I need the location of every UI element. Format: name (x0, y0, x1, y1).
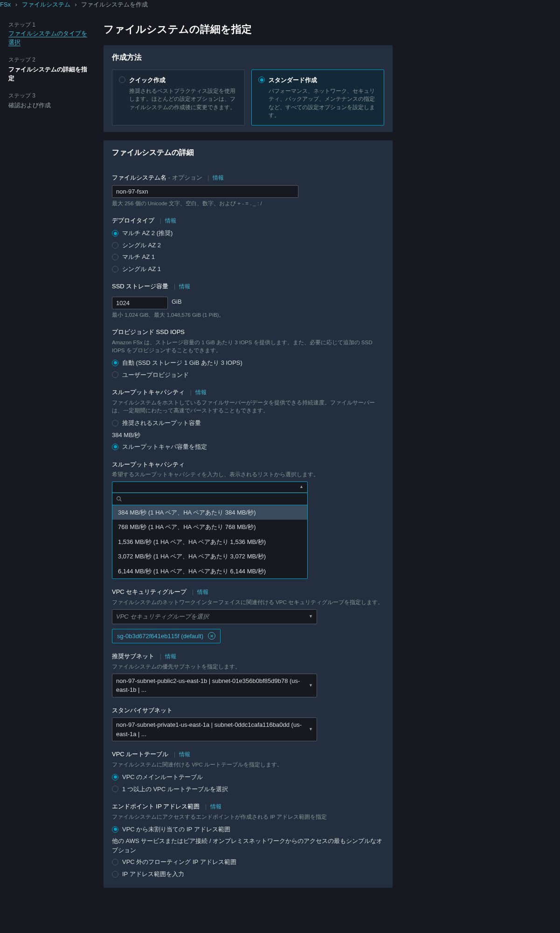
sg-info[interactable]: 情報 (192, 589, 208, 595)
standby-subnet-select[interactable]: non-97-subnet-private1-us-east-1a | subn… (112, 717, 317, 741)
route-table-hint: ファイルシステムに関連付ける VPC ルートテーブルを指定します。 (112, 761, 384, 769)
step-2-label: ファイルシステムの詳細を指定 (8, 65, 92, 83)
breadcrumb-root[interactable]: FSx (0, 1, 11, 8)
fs-name-hint: 最大 256 個の Unicode 文字、空白、数字、および + - = . _… (112, 200, 384, 208)
breadcrumb-filesystems[interactable]: ファイルシステム (22, 1, 70, 8)
throughput-select[interactable]: 384 MB/秒 (1 HA ペア、HA ペアあたり 384 MB/秒) 768… (112, 481, 308, 579)
standby-subnet-label: スタンバイサブネット (112, 706, 384, 715)
endpoint-ip-unallocated[interactable]: VPC から未割り当ての IP アドレス範囲 (112, 825, 384, 834)
radio-icon (112, 444, 118, 450)
deploy-multi-az1[interactable]: マルチ AZ 1 (112, 252, 384, 262)
deploy-single-az1[interactable]: シングル AZ 1 (112, 265, 384, 274)
endpoint-ip-label: エンドポイント IP アドレス範囲 (112, 803, 200, 810)
sg-tag-remove[interactable]: ✕ (208, 632, 215, 640)
page-title: ファイルシステムの詳細を指定 (104, 21, 393, 37)
ssd-capacity-unit: GiB (172, 297, 182, 306)
ssd-capacity-hint: 最小 1,024 GiB、最大 1,048,576 GiB (1 PiB)。 (112, 311, 384, 319)
throughput-search-input[interactable] (125, 495, 304, 503)
iops-hint: Amazon FSx は、ストレージ容量の 1 GiB あたり 3 IOPS を… (112, 339, 384, 355)
throughput-recommended-sub: 384 MB/秒 (112, 431, 384, 440)
iops-user[interactable]: ユーザープロビジョンド (112, 370, 384, 380)
sg-placeholder: VPC セキュリティグループを選択 (116, 612, 209, 621)
radio-icon (112, 420, 118, 426)
deploy-single-az2[interactable]: シングル AZ 2 (112, 241, 384, 250)
throughput-option-3072[interactable]: 3,072 MB/秒 (1 HA ペア、HA ペアあたり 3,072 MB/秒) (112, 549, 307, 564)
throughput-option-768[interactable]: 768 MB/秒 (1 HA ペア、HA ペアあたり 768 MB/秒) (112, 520, 307, 535)
iops-label: プロビジョンド SSD IOPS (112, 327, 384, 337)
radio-icon (112, 774, 118, 780)
sg-tag-label: sg-0b3d672f641eb115f (default) (117, 632, 203, 641)
fs-name-label: ファイルシステム名 - オプション (112, 174, 204, 181)
throughput-select-trigger[interactable] (112, 482, 307, 493)
svg-point-0 (117, 496, 121, 500)
fs-details-heading: ファイルシステムの詳細 (104, 140, 393, 165)
preferred-subnet-select[interactable]: non-97-subnet-public2-us-east-1b | subne… (112, 674, 317, 697)
fs-name-input[interactable] (112, 185, 298, 198)
radio-icon (112, 786, 118, 792)
throughput-select-hint: 希望するスループットキャパシティを入力し、表示されるリストから選択します。 (112, 471, 384, 479)
deploy-multi-az2[interactable]: マルチ AZ 2 (推奨) (112, 229, 384, 238)
throughput-recommended[interactable]: 推奨されるスループット容量 (112, 418, 384, 428)
throughput-specify[interactable]: スループットキャパ容量を指定 (112, 442, 384, 452)
step-1-num: ステップ 1 (8, 21, 92, 29)
breadcrumb: FSx › ファイルシステム › ファイルシステムを作成 (0, 0, 410, 14)
wizard-steps: ステップ 1 ファイルシステムのタイプを選択 ステップ 2 ファイルシステムの詳… (8, 20, 92, 897)
breadcrumb-current: ファイルシステムを作成 (81, 1, 148, 8)
ssd-capacity-input[interactable] (112, 297, 168, 309)
route-table-info[interactable]: 情報 (174, 751, 190, 758)
step-1[interactable]: ステップ 1 ファイルシステムのタイプを選択 (8, 21, 92, 47)
route-table-select[interactable]: 1 つ以上の VPC ルートテーブルを選択 (112, 785, 384, 794)
chevron-right-icon: › (75, 1, 76, 8)
radio-icon (112, 242, 118, 249)
quick-create-radio[interactable] (119, 77, 125, 83)
radio-icon (112, 266, 118, 272)
ssd-capacity-label: SSD ストレージ容量 (112, 283, 168, 290)
sg-select[interactable]: VPC セキュリティグループを選択 (112, 609, 317, 624)
standard-create-title: スタンダード作成 (269, 76, 317, 85)
endpoint-ip-hint: ファイルシステムにアクセスするエンドポイントが作成される IP アドレス範囲を指… (112, 813, 384, 821)
throughput-option-6144[interactable]: 6,144 MB/秒 (1 HA ペア、HA ペアあたり 6,144 MB/秒) (112, 564, 307, 579)
step-3-label: 確認および作成 (8, 101, 92, 110)
preferred-subnet-hint: ファイルシステムの優先サブネットを指定します。 (112, 663, 384, 671)
throughput-option-384[interactable]: 384 MB/秒 (1 HA ペア、HA ペアあたり 384 MB/秒) (112, 505, 307, 520)
fs-name-info[interactable]: 情報 (207, 174, 224, 181)
endpoint-ip-info[interactable]: 情報 (205, 803, 221, 810)
radio-icon (112, 360, 118, 366)
creation-method-panel: 作成方法 クイック作成 推奨されるベストプラクティス設定を使用します。ほとんどの… (104, 45, 393, 132)
throughput-select-label: スループットキャパシティ (112, 460, 384, 469)
radio-icon (112, 859, 118, 865)
radio-icon (112, 230, 118, 237)
standard-create-radio[interactable] (258, 77, 265, 83)
step-3-num: ステップ 3 (8, 91, 92, 100)
sg-label: VPC セキュリティグループ (112, 588, 187, 595)
standard-create-card[interactable]: スタンダード作成 パフォーマンス、ネットワーク、セキュリティ、バックアップ、メン… (251, 70, 384, 126)
throughput-select-search[interactable] (112, 493, 307, 505)
chevron-right-icon: › (15, 1, 17, 8)
deploy-type-label: デプロイタイプ (112, 217, 154, 224)
route-table-main[interactable]: VPC のメインルートテーブル (112, 773, 384, 782)
endpoint-ip-input[interactable]: IP アドレス範囲を入力 (112, 870, 384, 879)
ssd-capacity-info[interactable]: 情報 (174, 283, 190, 290)
radio-icon (112, 871, 118, 877)
step-2-num: ステップ 2 (8, 56, 92, 64)
iops-auto[interactable]: 自動 (SSD ストレージ 1 GiB あたり 3 IOPS) (112, 358, 384, 368)
sg-tag: sg-0b3d672f641eb115f (default) ✕ (112, 629, 221, 644)
preferred-subnet-info[interactable]: 情報 (160, 653, 176, 660)
step-1-label[interactable]: ファイルシステムのタイプを選択 (8, 30, 87, 47)
deploy-type-info[interactable]: 情報 (160, 217, 176, 224)
throughput-info[interactable]: 情報 (190, 389, 207, 396)
throughput-label: スループットキャパシティ (112, 389, 185, 396)
throughput-hint: ファイルシステムをホストしているファイルサーバーがデータを提供できる持続速度。フ… (112, 399, 384, 415)
preferred-subnet-value: non-97-subnet-public2-us-east-1b | subne… (116, 676, 309, 695)
fs-details-panel: ファイルシステムの詳細 ファイルシステム名 - オプション 情報 最大 256 … (104, 140, 393, 888)
sg-hint: ファイルシステムのネットワークインターフェイスに関連付ける VPC セキュリティ… (112, 599, 384, 606)
svg-line-1 (120, 500, 121, 501)
endpoint-ip-unallocated-sub: 他の AWS サービスまたはピア接続 / オンプレミスネットワークからのアクセス… (112, 836, 384, 855)
standby-subnet-value: non-97-subnet-private1-us-east-1a | subn… (116, 720, 309, 738)
throughput-option-1536[interactable]: 1,536 MB/秒 (1 HA ペア、HA ペアあたり 1,536 MB/秒) (112, 535, 307, 550)
step-3: ステップ 3 確認および作成 (8, 91, 92, 110)
route-table-label: VPC ルートテーブル (112, 751, 168, 758)
radio-icon (112, 371, 118, 378)
endpoint-ip-floating[interactable]: VPC 外のフローティング IP アドレス範囲 (112, 857, 384, 867)
quick-create-card[interactable]: クイック作成 推奨されるベストプラクティス設定を使用します。ほとんどの設定オプシ… (112, 70, 245, 126)
